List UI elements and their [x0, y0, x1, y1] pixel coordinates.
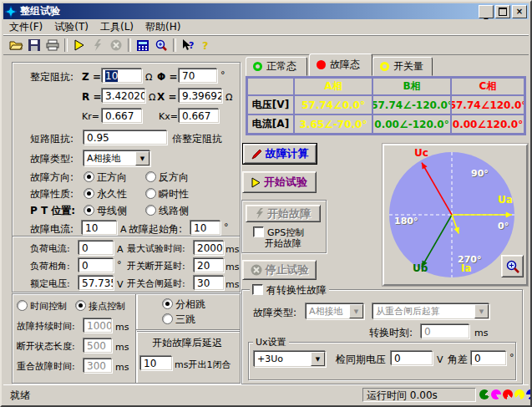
load-current-input[interactable]: 0 — [79, 241, 114, 255]
setting-impedance-label: 整定阻抗: — [30, 70, 73, 84]
chevron-down-icon[interactable]: ▼ — [135, 151, 149, 165]
radio-pt-bus[interactable]: 母线侧 — [84, 204, 127, 217]
kx-input[interactable]: 0.667 — [179, 109, 219, 123]
phi-unit: ° — [220, 69, 225, 82]
start-test-icon[interactable] — [70, 37, 89, 53]
menu-test[interactable]: 试验(T) — [48, 19, 94, 35]
start-fault-icon — [89, 37, 107, 53]
status-led — [503, 389, 513, 399]
open-state-length-unit: ms — [115, 341, 129, 354]
radio-direction-forward[interactable]: 正方向 — [84, 170, 127, 184]
x-input[interactable]: 9.39692 — [179, 89, 222, 103]
phasor-90-label: 90° — [471, 168, 489, 179]
lightning-icon — [256, 208, 264, 219]
fault-calc-button[interactable]: 故障计算 — [243, 144, 317, 164]
start-test-button[interactable]: 开始试验 — [242, 171, 317, 193]
radio-pt-line[interactable]: 线路侧 — [145, 204, 189, 217]
max-test-time-unit: ms — [225, 243, 239, 257]
table-corner-cell — [247, 78, 294, 95]
zoom-icon[interactable] — [152, 37, 170, 53]
short-circuit-label: 短路阻抗: — [30, 132, 73, 145]
radio-contact-control[interactable]: 接点控制 — [75, 300, 125, 313]
z-input[interactable]: 10 — [102, 69, 142, 83]
angle-diff-label: 角差 — [448, 353, 468, 366]
print-icon[interactable] — [43, 37, 62, 53]
statusbar: 就绪 运行时间 0.00s — [3, 384, 529, 404]
reclose-fault-time-label: 重合故障时间: — [17, 360, 75, 374]
reclose-fault-time-input: 300 — [84, 359, 112, 373]
voltage-phase-c: 57.74∠120.0° — [451, 95, 524, 114]
calculator-icon[interactable] — [134, 37, 152, 53]
switch-close-delay-input[interactable]: 30 — [194, 276, 224, 290]
tab-switch-state[interactable]: 开关量 — [372, 57, 433, 76]
radio-trip-three[interactable]: 三跳 — [162, 313, 195, 326]
conversion-time-label: 转换时刻: — [369, 326, 413, 339]
switch-open-delay-input[interactable]: 20 — [194, 258, 224, 272]
open-file-icon[interactable] — [7, 37, 25, 53]
radio-nature-transient[interactable]: 瞬时性 — [145, 187, 189, 201]
menu-tools[interactable]: 工具(L) — [94, 19, 139, 35]
fault-current-input[interactable]: 10 — [82, 221, 117, 235]
maximize-button[interactable] — [495, 5, 510, 18]
start-angle-input[interactable]: 10 — [190, 221, 220, 235]
load-current-unit: A — [117, 243, 124, 257]
chevron-down-icon[interactable]: ▼ — [311, 352, 325, 366]
radio-time-control[interactable]: 时间控制 — [17, 300, 67, 313]
fault-direction-label: 故障方向: — [30, 170, 73, 184]
radio-direction-reverse[interactable]: 反方向 — [145, 170, 189, 184]
conversion-time-input: 0 — [421, 324, 469, 338]
conversion-fault-type-label: 故障类型: — [253, 306, 296, 319]
rated-voltage-input[interactable]: 57.7350 — [79, 276, 114, 290]
open-state-length-label: 断开状态长度: — [17, 340, 75, 354]
load-angle-input[interactable]: 0 — [79, 258, 114, 272]
delay-after-fault-input[interactable]: 10 — [140, 356, 172, 370]
yellow-ring-icon — [380, 62, 389, 71]
r-input[interactable]: 3.42020 — [102, 89, 145, 103]
app-icon — [5, 6, 17, 18]
z-unit: Ω — [145, 71, 152, 84]
ux-dropdown[interactable]: +3Uo ▼ — [254, 351, 326, 367]
radio-trip-phase[interactable]: 分相跳 — [162, 298, 205, 311]
ux-title: Ux设置 — [253, 336, 289, 349]
conversion-checkbox[interactable]: 有转换性故障 — [250, 283, 329, 297]
fault-current-label: 故障电流: — [30, 222, 73, 236]
conversion-time-unit: ms — [474, 327, 488, 340]
window-title: 整组试验 — [20, 4, 477, 18]
rated-voltage-unit: V — [117, 278, 124, 292]
rated-voltage-label: 额定电压: — [30, 277, 70, 291]
minimize-button[interactable]: _ — [479, 5, 494, 18]
switch-close-delay-unit: ms — [225, 278, 239, 292]
max-test-time-input[interactable]: 20000 — [194, 241, 224, 255]
kr-input[interactable]: 0.667 — [102, 109, 142, 123]
pt-position-label: P T 位置: — [30, 204, 75, 217]
short-circuit-input[interactable]: 0.95 — [84, 130, 167, 145]
sync-voltage-unit: V — [437, 354, 443, 367]
close-button[interactable]: × — [512, 5, 527, 18]
sync-voltage-input[interactable]: 0 — [391, 351, 433, 365]
vector-uc-label: Uc — [414, 147, 428, 159]
phi-label: Φ = — [157, 70, 177, 84]
titlebar: 整组试验 _ × — [3, 3, 529, 19]
phasor-0-label: 0° — [498, 221, 509, 231]
phi-input[interactable]: 70 — [179, 69, 217, 83]
radio-nature-permanent[interactable]: 永久性 — [84, 187, 127, 201]
save-icon[interactable] — [25, 37, 43, 53]
delay-after-fault-title: 开始故障后延迟 — [152, 336, 222, 349]
fault-type-dropdown[interactable]: A相接地 ▼ — [84, 150, 150, 166]
toolbar-separator — [173, 38, 176, 52]
phasor-180-label: 180° — [394, 216, 418, 226]
phasor-zoom-button[interactable] — [501, 255, 524, 277]
conversion-timing-dropdown: 从重合闸后起算 ▼ — [372, 303, 489, 319]
angle-diff-input[interactable]: 0 — [471, 351, 506, 365]
menu-help[interactable]: 帮助(H) — [139, 19, 186, 35]
table-row-voltage: 电压[V] 57.74∠0.0° 57.74∠-120.0° 57.74∠120… — [247, 95, 524, 114]
context-help-icon[interactable]: ? — [179, 37, 197, 53]
status-led — [479, 389, 489, 399]
menu-file[interactable]: 文件(F) — [3, 19, 48, 35]
help-icon[interactable]: ? — [197, 37, 215, 53]
tab-fault-state[interactable]: 故障态 — [309, 53, 372, 76]
table-row-current: 电流[A] 3.65∠-70.0° 0.00∠-120.0° 0.00∠120.… — [247, 114, 524, 134]
tab-normal-state[interactable]: 正常态 — [246, 57, 307, 76]
phase-table: A相 B相 C相 电压[V] 57.74∠0.0° 57.74∠-120.0° … — [246, 76, 526, 135]
fault-current-unit: A — [120, 223, 127, 237]
